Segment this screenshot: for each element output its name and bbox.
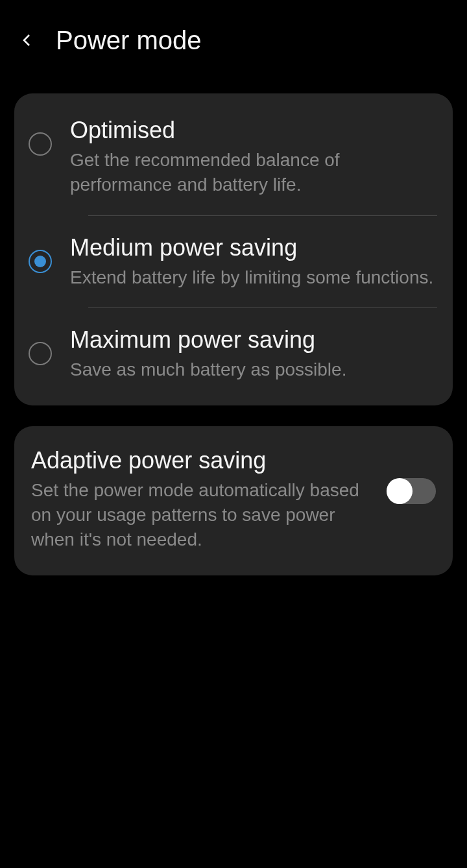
- radio-indicator: [29, 342, 52, 365]
- power-mode-options-card: Optimised Get the recommended balance of…: [14, 93, 453, 405]
- toggle-knob: [387, 478, 413, 504]
- option-description: Save as much battery as possible.: [70, 357, 437, 382]
- adaptive-content: Adaptive power saving Set the power mode…: [31, 447, 387, 551]
- header: Power mode: [0, 0, 467, 69]
- adaptive-power-saving-item[interactable]: Adaptive power saving Set the power mode…: [14, 426, 453, 575]
- option-medium-power-saving[interactable]: Medium power saving Extend battery life …: [14, 216, 453, 308]
- radio-indicator: [29, 132, 52, 156]
- option-optimised[interactable]: Optimised Get the recommended balance of…: [14, 93, 453, 215]
- option-maximum-power-saving[interactable]: Maximum power saving Save as much batter…: [14, 308, 453, 405]
- option-content: Maximum power saving Save as much batter…: [70, 326, 453, 382]
- option-title: Optimised: [70, 117, 437, 144]
- option-title: Maximum power saving: [70, 326, 437, 354]
- adaptive-title: Adaptive power saving: [31, 447, 374, 474]
- adaptive-power-saving-card: Adaptive power saving Set the power mode…: [14, 426, 453, 575]
- option-description: Extend battery life by limiting some fun…: [70, 265, 437, 290]
- adaptive-toggle[interactable]: [387, 478, 436, 504]
- page-title: Power mode: [56, 26, 202, 55]
- option-content: Optimised Get the recommended balance of…: [70, 117, 453, 197]
- adaptive-description: Set the power mode automatically based o…: [31, 478, 374, 551]
- option-content: Medium power saving Extend battery life …: [70, 234, 453, 290]
- back-button[interactable]: [12, 25, 43, 56]
- option-title: Medium power saving: [70, 234, 437, 261]
- back-icon: [19, 32, 35, 48]
- radio-indicator: [29, 250, 52, 273]
- option-description: Get the recommended balance of performan…: [70, 148, 437, 197]
